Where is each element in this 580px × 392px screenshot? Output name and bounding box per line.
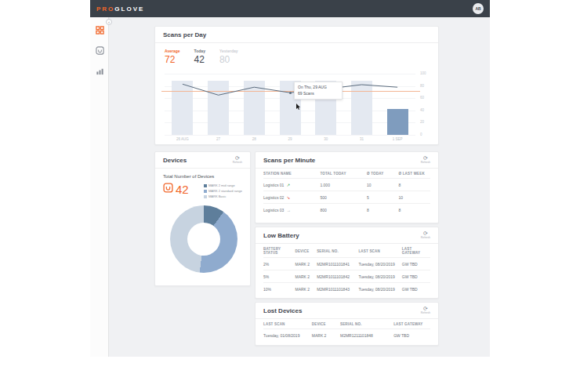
devices-legend: MARK 2 mid rangeMARK 2 standard rangeMAR… bbox=[204, 183, 242, 200]
lost-devices-refresh-button[interactable]: ⟳ Refresh bbox=[421, 306, 430, 315]
legend-swatch bbox=[204, 195, 207, 198]
low-battery-table: BATTERY STATUSDEVICESERIAL NO.LAST SCANL… bbox=[263, 244, 430, 295]
legend-item: MARK 2 mid range bbox=[204, 183, 242, 187]
devices-header: Devices ⟳ Refresh bbox=[155, 152, 250, 169]
table-cell: GW TBD bbox=[402, 270, 430, 283]
table-cell: 10 bbox=[367, 179, 398, 191]
table-row[interactable]: 5%MARK 2M2MR1011101842Tuesday, 08/20/201… bbox=[263, 270, 430, 283]
table-cell: 10 bbox=[399, 191, 431, 204]
table-cell: 10% bbox=[263, 283, 295, 296]
table-cell: Logistics 03→ bbox=[263, 204, 320, 216]
legend-swatch bbox=[204, 184, 207, 187]
column-header: LAST GATEWAY bbox=[393, 319, 430, 329]
devices-total: 42 bbox=[163, 182, 189, 196]
table-cell: M2MR1011101842 bbox=[317, 270, 358, 283]
table-cell: 8 bbox=[367, 204, 398, 216]
sidebar-item-devices[interactable] bbox=[90, 42, 109, 60]
table-header-row: LAST SCANDEVICESERIAL NO.LAST GATEWAY bbox=[263, 319, 430, 329]
table-cell: 1.000 bbox=[320, 179, 367, 191]
low-battery-card: Low Battery ⟳ Refresh BATTERY STATUSDEVI… bbox=[255, 227, 439, 299]
low-battery-header: Low Battery ⟳ Refresh bbox=[256, 227, 438, 244]
table-row[interactable]: Logistics 03→80088 bbox=[263, 204, 430, 216]
x-axis-tick: 26 AUG bbox=[165, 137, 201, 141]
x-axis-tick: 28 bbox=[236, 137, 272, 141]
devices-refresh-button[interactable]: ⟳ Refresh bbox=[233, 155, 242, 165]
stat-yesterday-value: 80 bbox=[219, 54, 238, 65]
refresh-icon: ⟳ bbox=[421, 155, 430, 161]
x-axis-tick: 31 bbox=[344, 137, 380, 141]
x-axis-tick: 30 bbox=[308, 137, 344, 141]
table-cell: Tuesday, 01/08/2019 bbox=[263, 329, 312, 342]
legend-swatch bbox=[204, 190, 207, 193]
stat-today-label: Today bbox=[194, 49, 205, 53]
table-row[interactable]: Logistics 02↘500510 bbox=[263, 191, 430, 204]
scans-per-minute-card: Scans per Minute ⟳ Refresh STATION NAMET… bbox=[255, 151, 439, 223]
table-cell: Logistics 01↗ bbox=[263, 179, 320, 191]
refresh-label: Refresh bbox=[421, 237, 430, 240]
table-cell: 2% bbox=[263, 258, 295, 270]
y-axis-tick: 20 bbox=[420, 120, 434, 124]
lost-devices-card: Lost Devices ⟳ Refresh LAST SCANDEVICESE… bbox=[255, 302, 439, 346]
stat-yesterday-label: Yesterday bbox=[219, 49, 238, 53]
table-cell: 8 bbox=[399, 204, 431, 216]
scans-chart-plot[interactable] bbox=[165, 74, 415, 135]
x-axis-tick: 27 bbox=[201, 137, 237, 141]
sidebar-item-analytics[interactable] bbox=[90, 63, 109, 80]
table-cell: Tuesday, 08/20/2019 bbox=[358, 283, 401, 296]
lost-devices-title: Lost Devices bbox=[263, 307, 302, 314]
main-area: ‹ Scans per Day Average 72 Today 42 Yest… bbox=[90, 17, 490, 357]
devices-card: Devices ⟳ Refresh Total Number of Device… bbox=[154, 151, 251, 286]
legend-label: MARK Basic bbox=[208, 194, 226, 198]
table-cell: MARK 2 bbox=[295, 258, 317, 270]
refresh-icon: ⟳ bbox=[421, 306, 430, 311]
scans-per-day-card: Scans per Day Average 72 Today 42 Yester… bbox=[154, 26, 439, 145]
scans-per-minute-title: Scans per Minute bbox=[263, 157, 315, 164]
table-row[interactable]: Logistics 01↗1.000108 bbox=[263, 179, 430, 191]
table-cell: M2MR1011101843 bbox=[317, 283, 358, 296]
trend-down-icon: ↘ bbox=[286, 195, 290, 200]
table-cell: 5% bbox=[263, 270, 295, 283]
table-header-row: STATION NAMETOTAL TODAYØ TODAYØ LAST WEE… bbox=[263, 169, 430, 179]
scans-per-day-header: Scans per Day bbox=[155, 27, 438, 43]
legend-label: MARK 2 mid range bbox=[208, 183, 235, 187]
refresh-icon: ⟳ bbox=[421, 230, 430, 236]
proglove-app: PROGLOVE AB ‹ bbox=[90, 0, 490, 357]
column-header: Ø TODAY bbox=[367, 169, 398, 179]
sidebar-item-dashboard[interactable] bbox=[90, 22, 109, 39]
x-axis-tick: 1 SEP bbox=[379, 137, 415, 141]
table-header-row: BATTERY STATUSDEVICESERIAL NO.LAST SCANL… bbox=[263, 244, 430, 258]
devices-title: Devices bbox=[163, 157, 187, 164]
table-cell: GW TBD bbox=[393, 329, 430, 342]
donut-hole bbox=[187, 223, 220, 256]
refresh-label: Refresh bbox=[421, 162, 430, 165]
table-cell: M2MR1211101848 bbox=[340, 329, 393, 342]
table-row[interactable]: 10%MARK 2M2MR1011101843Tuesday, 08/20/20… bbox=[263, 283, 430, 296]
table-cell: GW TBD bbox=[402, 283, 430, 296]
y-axis-tick: 60 bbox=[420, 96, 434, 100]
column-header: LAST GATEWAY bbox=[402, 244, 430, 258]
y-axis-tick: 100 bbox=[420, 71, 434, 75]
legend-item: MARK Basic bbox=[204, 194, 242, 198]
column-header: SERIAL NO. bbox=[317, 244, 358, 258]
scanner-device-icon bbox=[96, 44, 104, 58]
sidebar-collapse-toggle[interactable]: ‹ bbox=[106, 19, 112, 25]
logo-pro: PRO bbox=[96, 5, 114, 13]
lost-devices-table: LAST SCANDEVICESERIAL NO.LAST GATEWAYTue… bbox=[263, 319, 430, 341]
devices-donut-chart[interactable] bbox=[170, 205, 237, 273]
low-battery-refresh-button[interactable]: ⟳ Refresh bbox=[421, 230, 430, 240]
scans-stats: Average 72 Today 42 Yesterday 80 bbox=[165, 49, 238, 65]
user-avatar[interactable]: AB bbox=[473, 3, 484, 14]
table-cell: MARK 2 bbox=[295, 270, 317, 283]
table-row[interactable]: 2%MARK 2M2MR1011101841Tuesday, 08/20/201… bbox=[263, 258, 430, 270]
refresh-icon: ⟳ bbox=[233, 155, 242, 161]
scans-per-minute-refresh-button[interactable]: ⟳ Refresh bbox=[421, 155, 430, 165]
legend-label: MARK 2 standard range bbox=[208, 189, 242, 193]
x-axis-tick: 29 bbox=[272, 137, 308, 141]
table-row[interactable]: Tuesday, 01/08/2019MARK 2M2MR1211101848G… bbox=[263, 329, 430, 342]
table-cell: 500 bbox=[320, 191, 367, 204]
stat-average: Average 72 bbox=[165, 49, 180, 65]
y-axis-tick: 80 bbox=[420, 84, 434, 88]
table-cell: MARK 2 bbox=[312, 329, 340, 342]
legend-item: MARK 2 standard range bbox=[204, 189, 242, 193]
scans-per-day-title: Scans per Day bbox=[163, 31, 206, 38]
